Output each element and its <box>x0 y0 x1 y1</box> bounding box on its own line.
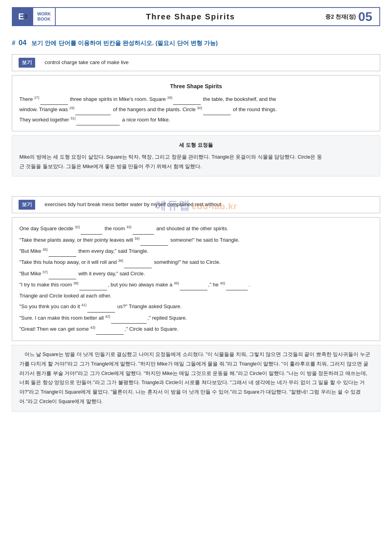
korean-para-2: 어느 날 Square는 방을 더 낫게 만들기로 결심했고 나머지 요정들에게… <box>19 350 373 407</box>
vocab-box-2: 보기 exercises tidy hurt break mess better… <box>12 196 380 213</box>
content-box-1: Three Shape Spirits There 27) three shap… <box>12 75 380 132</box>
vocab-box-1: 보기 control charge take care of make live <box>12 54 380 71</box>
vocab-label-1: 보기 <box>19 58 35 68</box>
dialogue-line-1: One day Square decide 32) the room 33) a… <box>19 224 373 234</box>
korean-box-2: 어느 날 Square는 방을 더 낫게 만들기로 결심했고 나머지 요정들에게… <box>12 345 380 412</box>
content-line-2: window. Triangle was 29) of the hangers … <box>19 105 373 115</box>
blank-29[interactable] <box>75 105 111 116</box>
dialogue-line-2: "Take these plants away, or their pointy… <box>19 235 373 246</box>
content-line-1: There 27) three shape spirits in Mike's … <box>19 95 373 105</box>
blank-38[interactable] <box>79 280 107 290</box>
dialogue-line-9: "Sure. I can make this room better all 4… <box>19 313 373 324</box>
dialogue-line-4: "Take this hula hoop away, or it will ro… <box>19 257 373 268</box>
logo: E3 <box>13 8 33 25</box>
header-number: 05 <box>358 10 372 23</box>
header-title: Three Shape Spirits <box>56 10 326 23</box>
blank-35[interactable] <box>49 246 76 257</box>
dialogue-line-10: "Great! Then we can get some 43) ," Circ… <box>19 324 373 335</box>
page-header: E3 WORK BOOK Three Shape Spirits 중2 천재(정… <box>12 7 380 26</box>
blank-39[interactable] <box>180 280 207 290</box>
logo-sup: 3 <box>24 13 28 21</box>
blank-28[interactable] <box>173 95 201 105</box>
blank-40[interactable] <box>226 280 248 290</box>
blank-32[interactable] <box>81 224 102 235</box>
blank-27[interactable] <box>40 95 68 105</box>
dialogue-line-5: "But Mike 37) with it every day," said C… <box>19 269 373 279</box>
header-level: 중2 천재(정) <box>325 12 356 21</box>
blank-42[interactable] <box>111 313 147 324</box>
korean-title-1: 세 도형 요정들 <box>19 140 373 150</box>
korean-box-1: 세 도형 요정들 Mike의 방에는 세 도형 요정이 살았다. Square는… <box>12 135 380 176</box>
hash-symbol: # <box>12 40 15 46</box>
korean-line-2: 근 것들을 돌보았다. 그들은 Mike에게 좋은 방을 만들어 주기 위해서 … <box>19 162 373 172</box>
workbook-label: WORK BOOK <box>33 8 56 25</box>
blank-31[interactable] <box>76 116 120 126</box>
blank-34[interactable] <box>140 235 168 246</box>
blank-33[interactable] <box>132 224 154 235</box>
header-right: 중2 천재(정) 05 <box>325 10 379 23</box>
blank-30[interactable] <box>203 105 231 116</box>
content-title-1: Three Shape Spirits <box>19 81 373 92</box>
content-line-3: They worked together 31) a nice room for… <box>19 115 373 125</box>
vocab-label-2: 보기 <box>19 200 35 210</box>
dialogue-line-8: "So you think you can do it 41) us?" Tri… <box>19 301 373 312</box>
blank-41[interactable] <box>87 302 115 313</box>
blank-43[interactable] <box>96 324 124 335</box>
section-instruction: 보기 안에 단어를 이용하여 빈칸을 완성하시오. (필요시 단어 변형 가능) <box>31 40 218 46</box>
vocab-words-2: exercises tidy hurt break mess better wa… <box>45 201 221 209</box>
dialogue-line-7: Triangle and Circle looked at each other… <box>19 291 373 301</box>
vocab-words-1: control charge take care of make live <box>45 59 128 67</box>
section1-title: # 04 보기 안에 단어를 이용하여 빈칸을 완성하시오. (필요시 단어 변… <box>12 37 380 49</box>
section-number: 04 <box>19 39 26 47</box>
dialogue-line-3: "But Mike 35) them every day," said Tria… <box>19 246 373 257</box>
dialogue-line-6: "I try to make this room 38) , but you t… <box>19 280 373 290</box>
korean-line-1: Mike의 방에는 세 도형 요정이 살았다. Square는 탁자, 책장, … <box>19 153 373 162</box>
content-box-2: One day Square decide 32) the room 33) a… <box>12 217 380 341</box>
blank-37[interactable] <box>49 269 76 279</box>
blank-36[interactable] <box>124 258 152 268</box>
